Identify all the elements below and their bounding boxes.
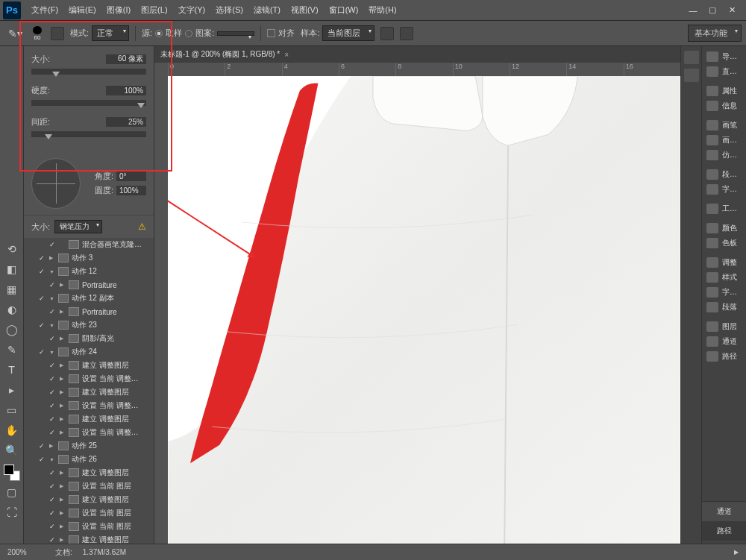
action-row[interactable]: ✓▶动作 25 xyxy=(24,439,154,453)
size-input[interactable] xyxy=(106,54,146,64)
expand-icon[interactable]: ▶ xyxy=(60,470,66,476)
action-row[interactable]: ✓▶Portraiture xyxy=(24,278,154,292)
panel-button-parast[interactable]: 段落 xyxy=(702,300,746,315)
visibility-toggle[interactable]: ✓ xyxy=(48,307,57,316)
visibility-toggle[interactable]: ✓ xyxy=(48,401,57,410)
panel-button-char[interactable]: 字… xyxy=(702,182,746,197)
visibility-toggle[interactable]: ✓ xyxy=(48,428,57,437)
menu-item[interactable]: 滤镜(T) xyxy=(249,1,285,19)
visibility-toggle[interactable]: ✓ xyxy=(48,415,57,424)
zoom-level[interactable]: 200% xyxy=(7,548,45,556)
size-slider[interactable] xyxy=(31,69,146,75)
expand-icon[interactable]: ▶ xyxy=(60,537,66,543)
action-row[interactable]: ✓▶建立 调整图层 xyxy=(24,386,154,399)
action-row[interactable]: ✓▶建立 调整图层 xyxy=(24,493,154,506)
expand-icon[interactable]: ▶ xyxy=(49,443,55,449)
angle-input[interactable] xyxy=(116,172,146,181)
angle-picker[interactable] xyxy=(31,158,81,209)
action-row[interactable]: ✓▶建立 调整图层 xyxy=(24,466,154,479)
menu-item[interactable]: 窗口(W) xyxy=(325,1,363,19)
screen-mode-icon[interactable]: ⛶ xyxy=(3,503,21,521)
expand-icon[interactable]: ▶ xyxy=(60,483,66,489)
expand-icon[interactable]: ▶ xyxy=(60,497,66,503)
panel-button-clone[interactable]: 仿… xyxy=(702,148,746,163)
action-row[interactable]: ✓▼动作 26 xyxy=(24,453,154,466)
menu-item[interactable]: 文字(Y) xyxy=(174,1,210,19)
strip-icon[interactable] xyxy=(684,69,699,82)
visibility-toggle[interactable]: ✓ xyxy=(48,495,57,504)
visibility-toggle[interactable]: ✓ xyxy=(37,254,46,262)
action-row[interactable]: ✓▶设置 当前 调整… xyxy=(24,372,154,386)
spacing-input[interactable] xyxy=(106,117,146,127)
status-flyout-icon[interactable]: ▶ xyxy=(734,549,739,556)
panel-button-hist[interactable]: 直… xyxy=(702,64,746,79)
hardness-slider[interactable] xyxy=(31,100,146,106)
menu-item[interactable]: 帮助(H) xyxy=(364,1,401,19)
expand-icon[interactable]: ▶ xyxy=(60,336,66,342)
panel-button-path[interactable]: 路径 xyxy=(702,349,746,364)
action-row[interactable]: ✓▼动作 12 xyxy=(24,265,154,278)
visibility-toggle[interactable]: ✓ xyxy=(37,294,46,303)
menu-item[interactable]: 选择(S) xyxy=(211,1,248,19)
panel-button-brush[interactable]: 画笔 xyxy=(702,118,746,133)
visibility-toggle[interactable]: ✓ xyxy=(48,468,57,477)
action-row[interactable]: ✓▼动作 23 xyxy=(24,318,154,332)
mode-dropdown[interactable]: 正常 xyxy=(92,25,129,41)
panel-button-nav[interactable]: 导… xyxy=(702,49,746,64)
action-row[interactable]: ✓▼动作 12 副本 xyxy=(24,292,154,305)
visibility-toggle[interactable]: ✓ xyxy=(48,522,57,531)
action-row[interactable]: ✓▶动作 3 xyxy=(24,251,154,265)
maximize-button[interactable]: ▢ xyxy=(707,5,718,16)
expand-icon[interactable]: ▶ xyxy=(49,255,55,261)
expand-icon[interactable]: ▶ xyxy=(60,523,66,529)
action-row[interactable]: ✓▶设置 当前 图层 xyxy=(24,506,154,520)
panel-tab[interactable]: 路径 xyxy=(702,521,746,541)
panel-button-prop[interactable]: 属性 xyxy=(702,84,746,98)
action-row[interactable]: ✓▶设置 当前 调整… xyxy=(24,399,154,412)
menu-item[interactable]: 图层(L) xyxy=(137,1,172,19)
brush-panel-toggle-icon[interactable] xyxy=(51,27,64,40)
panel-button-info[interactable]: 信息 xyxy=(702,98,746,113)
expand-icon[interactable]: ▼ xyxy=(49,296,55,301)
visibility-toggle[interactable]: ✓ xyxy=(48,334,57,343)
current-tool-icon[interactable]: ✎▾ xyxy=(6,25,24,43)
eraser-tool[interactable]: ◧ xyxy=(3,260,21,278)
shape-tool[interactable]: ▭ xyxy=(3,401,21,419)
panel-button-swatch[interactable]: 色板 xyxy=(702,236,746,251)
visibility-toggle[interactable]: ✓ xyxy=(48,361,57,370)
pen-tool[interactable]: ✎ xyxy=(3,341,21,359)
expand-icon[interactable]: ▶ xyxy=(60,430,66,435)
panel-button-para[interactable]: 段… xyxy=(702,167,746,182)
action-row[interactable]: ✓▶建立 调整图层 xyxy=(24,359,154,372)
blur-tool[interactable]: ◐ xyxy=(3,301,21,318)
expand-icon[interactable]: ▶ xyxy=(60,362,66,368)
menu-item[interactable]: 编辑(E) xyxy=(64,1,101,19)
pressure-size-icon[interactable] xyxy=(400,27,413,40)
action-row[interactable]: ✓▶阴影/高光 xyxy=(24,332,154,345)
tab-close-icon[interactable]: × xyxy=(284,51,289,59)
history-brush-tool[interactable]: ⟲ xyxy=(3,240,21,258)
sample-dropdown[interactable]: 当前图层 xyxy=(322,25,374,41)
action-row[interactable]: ✓▶设置 当前 调整… xyxy=(24,426,154,439)
expand-icon[interactable]: ▼ xyxy=(49,350,55,355)
panel-button-layer[interactable]: 图层 xyxy=(702,319,746,334)
visibility-toggle[interactable]: ✓ xyxy=(48,509,57,517)
expand-icon[interactable]: ▶ xyxy=(60,389,66,395)
visibility-toggle[interactable]: ✓ xyxy=(48,374,57,383)
action-row[interactable]: ✓▼动作 24 xyxy=(24,345,154,359)
panel-button-chan[interactable]: 通道 xyxy=(702,334,746,349)
visibility-toggle[interactable]: ✓ xyxy=(48,240,57,249)
panel-tab[interactable]: 通道 xyxy=(702,502,746,521)
hand-tool[interactable]: ✋ xyxy=(3,421,21,439)
expand-icon[interactable]: ▼ xyxy=(49,457,55,462)
pattern-radio[interactable] xyxy=(185,30,192,37)
menu-item[interactable]: 图像(I) xyxy=(102,1,135,19)
action-row[interactable]: ✓▶设置 当前 图层 xyxy=(24,520,154,533)
visibility-toggle[interactable]: ✓ xyxy=(37,441,46,450)
expand-icon[interactable]: ▼ xyxy=(49,269,55,274)
hardness-input[interactable] xyxy=(106,86,146,95)
visibility-toggle[interactable]: ✓ xyxy=(48,482,57,491)
gradient-tool[interactable]: ▦ xyxy=(3,280,21,298)
close-button[interactable]: ✕ xyxy=(727,5,737,16)
spacing-slider[interactable] xyxy=(31,131,146,137)
